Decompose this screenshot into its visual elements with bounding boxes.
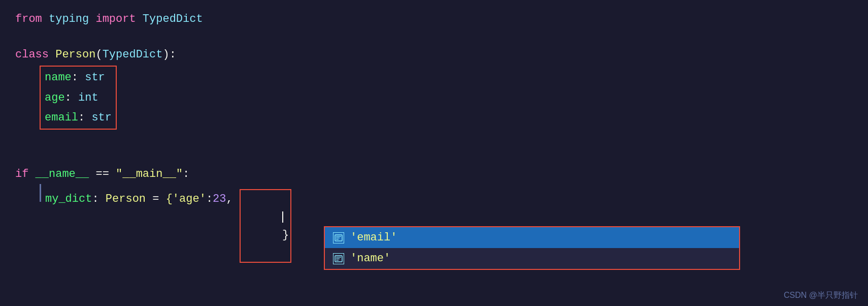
- blank-line-3: [15, 147, 853, 165]
- type-str-1: str: [85, 69, 105, 86]
- eq-assign: =: [146, 190, 166, 208]
- highlighted-fields-block: name : str age : int email : str: [40, 66, 117, 130]
- paren-close-colon: ):: [162, 46, 176, 64]
- autocomplete-email-text: 'email': [350, 231, 397, 244]
- field-email-line: email : str: [45, 108, 112, 128]
- watermark: CSDN @半只野指针: [784, 290, 858, 301]
- type-str-2: str: [91, 109, 112, 127]
- eq-eq: ==: [89, 165, 116, 183]
- field-icon-name: [333, 253, 344, 264]
- keyword-if: if: [15, 165, 28, 183]
- space: [28, 165, 35, 183]
- field-email-key: email: [45, 109, 78, 127]
- indent-bar: [40, 184, 41, 202]
- autocomplete-item-email[interactable]: 'email': [325, 227, 739, 248]
- type-person: Person: [106, 190, 146, 208]
- colon-age: :: [206, 190, 213, 208]
- blank-line-1: [15, 28, 853, 46]
- autocomplete-item-name[interactable]: 'name': [325, 248, 739, 269]
- code-line-2: class Person ( TypedDict ):: [15, 46, 853, 64]
- field-age-key: age: [45, 89, 65, 107]
- field-name-line: name : str: [45, 68, 112, 87]
- keyword-class: class: [15, 46, 49, 64]
- field-icon-email: [333, 232, 344, 243]
- inline-highlight-box: }: [240, 189, 291, 263]
- colon-space: :: [72, 69, 85, 86]
- brace-open: {: [166, 190, 173, 208]
- brace-close: }: [282, 229, 289, 241]
- autocomplete-name-text: 'name': [350, 252, 390, 265]
- module-typeddict: TypedDict: [143, 10, 203, 28]
- dunder-name: __name__: [36, 165, 89, 183]
- space: [42, 10, 49, 28]
- class-person: Person: [55, 46, 95, 64]
- space: [136, 10, 143, 28]
- parent-typeddict: TypedDict: [103, 46, 163, 64]
- var-mydict: my_dict: [45, 190, 92, 208]
- module-typing: typing: [49, 10, 89, 28]
- comma-space: ,: [226, 190, 239, 208]
- age-key: 'age': [173, 190, 206, 208]
- field-age-line: age : int: [45, 88, 112, 108]
- colon-space-3: :: [78, 109, 91, 127]
- type-int: int: [78, 89, 98, 107]
- colon-person: :: [92, 190, 105, 208]
- keyword-import: import: [95, 10, 136, 28]
- field-name-key: name: [45, 69, 72, 86]
- space: [89, 10, 95, 28]
- colon-end: :: [183, 165, 189, 183]
- colon-space-2: :: [65, 89, 78, 107]
- age-value: 23: [213, 190, 226, 208]
- main-string: "__main__": [116, 165, 183, 183]
- space: [49, 46, 55, 64]
- code-editor: from typing import TypedDict class Perso…: [0, 0, 868, 306]
- blank-line-2: [15, 130, 853, 147]
- keyword-from: from: [15, 10, 42, 28]
- text-cursor: [282, 211, 283, 223]
- code-line-if: if __name__ == "__main__" :: [15, 165, 853, 183]
- autocomplete-dropdown[interactable]: 'email' 'name': [324, 226, 740, 270]
- code-line-1: from typing import TypedDict: [15, 10, 853, 28]
- paren-open: (: [95, 46, 102, 64]
